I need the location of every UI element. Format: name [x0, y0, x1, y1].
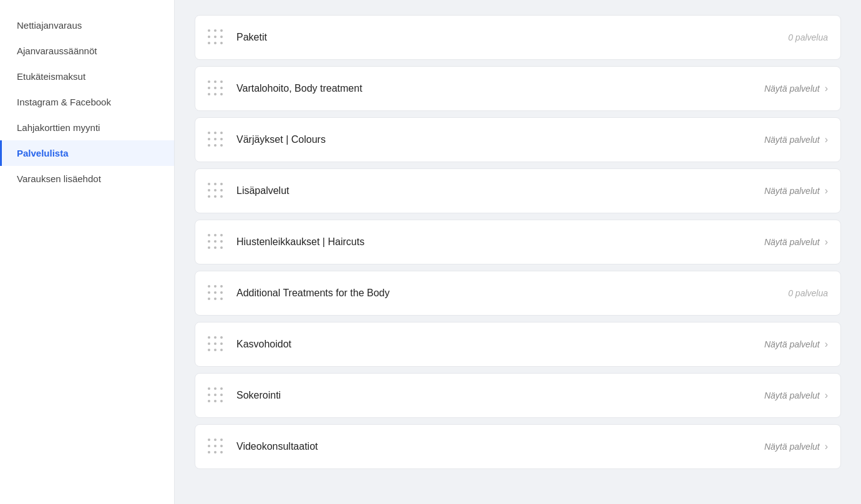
drag-handle [208, 234, 224, 250]
service-meta: Näytä palvelut› [764, 390, 828, 401]
sidebar-item-lahjakorttien-myynti[interactable]: Lahjakorttien myynti [0, 115, 174, 140]
service-meta-text: Näytä palvelut [764, 390, 820, 400]
service-meta: Näytä palvelut› [764, 185, 828, 196]
chevron-icon: › [825, 134, 828, 145]
sidebar-item-ajanvaraussaannot[interactable]: Ajanvaraussäännöt [0, 38, 174, 64]
service-meta: Näytä palvelut› [764, 83, 828, 94]
service-meta-text: Näytä palvelut [764, 186, 820, 196]
service-row-lisapalvelut[interactable]: LisäpalvelutNäytä palvelut› [195, 168, 841, 213]
service-meta-text: 0 palvelua [788, 288, 828, 298]
service-meta: 0 palvelua [788, 288, 828, 298]
drag-handle [208, 285, 224, 301]
service-meta: Näytä palvelut› [764, 339, 828, 350]
service-name: Vartalohoito, Body treatment [236, 83, 764, 94]
service-name: Sokerointi [236, 390, 764, 401]
service-meta: 0 palvelua [788, 32, 828, 42]
service-meta-text: Näytä palvelut [764, 84, 820, 94]
service-name: Kasvohoidot [236, 339, 764, 350]
service-row-additional-treatments[interactable]: Additional Treatments for the Body0 palv… [195, 271, 841, 316]
service-row-varjaykset[interactable]: Värjäykset | ColoursNäytä palvelut› [195, 117, 841, 162]
service-name: Videokonsultaatiot [236, 441, 764, 452]
drag-handle [208, 439, 224, 455]
service-name: Hiustenleikkaukset | Haircuts [236, 236, 764, 248]
service-row-kasvohoidot[interactable]: KasvohoidotNäytä palvelut› [195, 322, 841, 367]
service-row-sokerointi[interactable]: SokerointiNäytä palvelut› [195, 373, 841, 418]
sidebar-item-palvelulista[interactable]: Palvelulista [0, 140, 174, 166]
service-meta-text: Näytä palvelut [764, 442, 820, 452]
chevron-icon: › [825, 83, 828, 94]
service-meta-text: 0 palvelua [788, 32, 828, 42]
sidebar-item-nettiajanvaraus[interactable]: Nettiajanvaraus [0, 12, 174, 38]
drag-handle [208, 387, 224, 404]
service-meta: Näytä palvelut› [764, 236, 828, 248]
chevron-icon: › [825, 236, 828, 248]
drag-handle [208, 183, 224, 199]
service-name: Lisäpalvelut [236, 185, 764, 196]
service-meta-text: Näytä palvelut [764, 237, 820, 247]
service-name: Värjäykset | Colours [236, 134, 764, 145]
chevron-icon: › [825, 339, 828, 350]
service-meta-text: Näytä palvelut [764, 135, 820, 145]
service-row-paketit[interactable]: Paketit0 palvelua [195, 15, 841, 60]
service-meta: Näytä palvelut› [764, 134, 828, 145]
service-row-hiustenleikkaukset[interactable]: Hiustenleikkaukset | HaircutsNäytä palve… [195, 220, 841, 264]
service-name: Paketit [236, 32, 788, 43]
service-row-videokonsultaatiot[interactable]: VideokonsultaatiotNäytä palvelut› [195, 424, 841, 469]
drag-handle [208, 80, 224, 97]
service-name: Additional Treatments for the Body [236, 288, 788, 299]
service-meta-text: Näytä palvelut [764, 339, 820, 349]
main-content: Paketit0 palveluaVartalohoito, Body trea… [175, 0, 861, 504]
chevron-icon: › [825, 441, 828, 452]
service-list: Paketit0 palveluaVartalohoito, Body trea… [195, 15, 841, 469]
service-meta: Näytä palvelut› [764, 441, 828, 452]
sidebar-item-etukateismaksut[interactable]: Etukäteismaksut [0, 64, 174, 89]
chevron-icon: › [825, 390, 828, 401]
sidebar: NettiajanvarausAjanvaraussäännötEtukätei… [0, 0, 175, 504]
drag-handle [208, 336, 224, 352]
sidebar-item-varauksen-lisaehdot[interactable]: Varauksen lisäehdot [0, 166, 174, 191]
drag-handle [208, 29, 224, 46]
service-row-vartalohoito[interactable]: Vartalohoito, Body treatmentNäytä palvel… [195, 66, 841, 111]
sidebar-item-instagram-facebook[interactable]: Instagram & Facebook [0, 89, 174, 115]
chevron-icon: › [825, 185, 828, 196]
drag-handle [208, 132, 224, 148]
